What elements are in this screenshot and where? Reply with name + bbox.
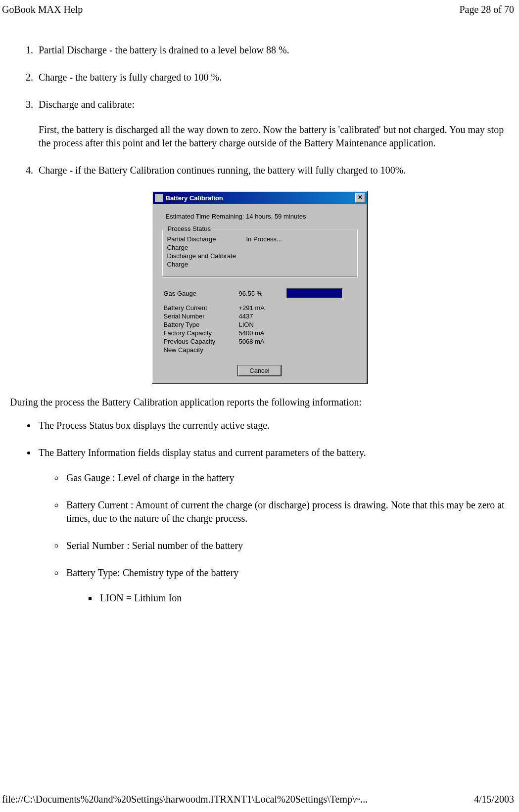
sub-bullets: Gas Gauge : Level of charge in the batte…: [52, 471, 509, 605]
dialog-wrap: Battery Calibration ✕ Estimated Time Rem…: [10, 191, 509, 384]
step-3: Discharge and calibrate: First, the batt…: [36, 98, 509, 150]
serial-number-value: 4437: [239, 313, 283, 320]
previous-capacity-row: Previous Capacity 5068 mA: [161, 338, 359, 345]
group-legend: Process Status: [166, 225, 212, 232]
status-row-4-label: Charge: [167, 261, 246, 268]
battery-calibration-dialog: Battery Calibration ✕ Estimated Time Rem…: [152, 191, 368, 384]
status-row-3: Discharge and Calibrate: [167, 252, 352, 260]
estimated-time: Estimated Time Remaining: 14 hours, 59 m…: [166, 213, 359, 220]
gas-gauge-row: Gas Gauge 96.55 %: [161, 288, 359, 298]
steps-list: Partial Discharge - the battery is drain…: [22, 44, 509, 177]
battery-type-label: Battery Type: [161, 321, 239, 328]
status-row-4: Charge: [167, 261, 352, 268]
footer-path: file://C:\Documents%20and%20Settings\har…: [2, 794, 368, 805]
status-row-1: Partial Discharge In Process...: [167, 235, 352, 243]
sub-serial-number-text: Serial Number : Serial number of the bat…: [66, 540, 243, 551]
info-bullets: The Process Status box displays the curr…: [25, 419, 509, 605]
previous-capacity-label: Previous Capacity: [161, 338, 239, 345]
after-figure-text: During the process the Battery Calibrati…: [10, 396, 509, 409]
battery-current-value: +291 mA: [239, 304, 283, 312]
step-3-title: Discharge and calibrate:: [39, 99, 135, 110]
step-4-text: Charge - if the Battery Calibration cont…: [39, 165, 406, 176]
content: Partial Discharge - the battery is drain…: [0, 0, 519, 605]
sub-sub-lion: LION = Lithium Ion: [98, 591, 509, 605]
status-row-2: Charge: [167, 244, 352, 251]
sub-sub-bullets: LION = Lithium Ion: [86, 591, 509, 605]
bullet-process-status-text: The Process Status box displays the curr…: [39, 420, 270, 431]
factory-capacity-row: Factory Capacity 5400 mA: [161, 329, 359, 337]
dialog-body: Estimated Time Remaining: 14 hours, 59 m…: [153, 204, 367, 383]
page: GoBook MAX Help Page 28 of 70 Partial Di…: [0, 0, 519, 812]
bullet-battery-info-text: The Battery Information fields display s…: [39, 447, 366, 458]
step-1-text: Partial Discharge - the battery is drain…: [39, 45, 289, 55]
sub-gas-gauge-text: Gas Gauge : Level of charge in the batte…: [66, 472, 235, 483]
bullet-battery-info: The Battery Information fields display s…: [37, 446, 509, 605]
gas-gauge-bar: [286, 288, 343, 298]
battery-type-row: Battery Type LION: [161, 321, 359, 328]
sub-sub-lion-text: LION = Lithium Ion: [100, 592, 182, 603]
factory-capacity-label: Factory Capacity: [161, 329, 239, 337]
step-1: Partial Discharge - the battery is drain…: [36, 44, 509, 57]
factory-capacity-value: 5400 mA: [239, 329, 283, 337]
sub-gas-gauge: Gas Gauge : Level of charge in the batte…: [64, 471, 509, 485]
new-capacity-row: New Capacity: [161, 346, 359, 354]
status-row-2-label: Charge: [167, 244, 246, 251]
cancel-button[interactable]: Cancel: [238, 365, 281, 376]
sub-battery-type: Battery Type: Chemistry type of the batt…: [64, 566, 509, 605]
footer-date: 4/15/2003: [474, 794, 514, 805]
step-4: Charge - if the Battery Calibration cont…: [36, 164, 509, 177]
battery-current-row: Battery Current +291 mA: [161, 304, 359, 312]
step-2-text: Charge - the battery is fully charged to…: [39, 72, 222, 83]
battery-current-label: Battery Current: [161, 304, 239, 312]
close-icon[interactable]: ✕: [355, 193, 365, 202]
sub-battery-current-text: Battery Current : Amount of current the …: [66, 499, 505, 524]
step-3-body: First, the battery is discharged all the…: [39, 123, 509, 150]
gas-gauge-value: 96.55 %: [239, 290, 283, 297]
sub-serial-number: Serial Number : Serial number of the bat…: [64, 539, 509, 552]
new-capacity-label: New Capacity: [161, 346, 239, 354]
status-row-3-label: Discharge and Calibrate: [167, 252, 276, 260]
app-icon: [155, 194, 163, 202]
status-row-1-value: In Process...: [246, 235, 352, 243]
button-row: Cancel: [161, 365, 359, 376]
header-title: GoBook MAX Help: [2, 4, 83, 15]
process-status-group: Process Status Partial Discharge In Proc…: [162, 229, 358, 277]
header-page: Page 28 of 70: [459, 4, 514, 15]
dialog-title: Battery Calibration: [166, 194, 355, 202]
gas-gauge-label: Gas Gauge: [161, 290, 239, 297]
step-2: Charge - the battery is fully charged to…: [36, 71, 509, 84]
previous-capacity-value: 5068 mA: [239, 338, 283, 345]
serial-number-label: Serial Number: [161, 313, 239, 320]
sub-battery-type-text: Battery Type: Chemistry type of the batt…: [66, 567, 238, 578]
serial-number-row: Serial Number 4437: [161, 313, 359, 320]
status-row-1-label: Partial Discharge: [167, 235, 246, 243]
sub-battery-current: Battery Current : Amount of current the …: [64, 498, 509, 525]
titlebar: Battery Calibration ✕: [153, 192, 367, 204]
battery-type-value: LION: [239, 321, 283, 328]
spacer: [161, 299, 359, 304]
bullet-process-status: The Process Status box displays the curr…: [37, 419, 509, 432]
